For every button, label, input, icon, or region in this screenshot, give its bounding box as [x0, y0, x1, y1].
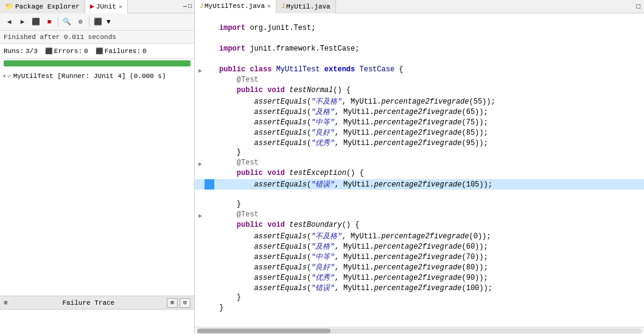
code-line	[214, 55, 644, 65]
table-row: assertEquals("优秀", MyUtil.percentage2fiv…	[195, 138, 644, 148]
table-row: ▶ @Test	[195, 158, 644, 169]
history-btn[interactable]: ⬛	[92, 16, 104, 28]
right-tab-bar: J MyUtilTest.java ✕ J MyUtil.java □	[195, 0, 644, 13]
code-line: assertEquals("优秀", MyUtil.percentage2fiv…	[214, 272, 644, 283]
next-failure-btn[interactable]: ▶	[16, 16, 29, 28]
view-menu-btn[interactable]: ▼	[105, 18, 113, 26]
code-line: assertEquals("良好", MyUtil.percentage2fiv…	[214, 127, 644, 138]
gutter-cell	[205, 169, 214, 179]
collapse-arrow[interactable]: ▶	[195, 210, 205, 221]
code-table: import org.junit.Test; import junit.fram…	[195, 13, 644, 314]
tab-junit[interactable]: ▶ JUnit ✕	[85, 0, 128, 13]
editor-maximize-icon[interactable]: □	[636, 3, 640, 10]
errors-label: Errors:	[54, 48, 82, 55]
code-line: }	[214, 304, 644, 314]
table-row: assertEquals("中等", MyUtil.percentage2fiv…	[195, 117, 644, 127]
runs-info: Runs: 3/3	[4, 48, 38, 55]
junit-toolbar: ◀ ▶ ⬛ ■ 🔍 ⚙ ⬛ ▼	[0, 13, 194, 30]
myutiltest-close-icon[interactable]: ✕	[267, 2, 271, 10]
stop-btn[interactable]: ■	[43, 16, 55, 28]
minimize-icon[interactable]: —	[183, 3, 187, 10]
gutter-cell	[205, 96, 214, 107]
table-row: assertEquals("错误", MyUtil.percentage2fiv…	[195, 179, 644, 190]
tab-package-explorer-label: Package Explorer	[15, 3, 80, 10]
status-text: Finished after 0.011 seconds	[4, 34, 116, 41]
table-row: import org.junit.Test;	[195, 24, 644, 34]
table-row: public void testNormal() {	[195, 86, 644, 96]
failures-value: 0	[142, 48, 147, 55]
trace-buttons: ⊞ ⊟	[167, 298, 191, 308]
settings-btn[interactable]: ⚙	[74, 16, 86, 28]
horizontal-scrollbar[interactable]	[195, 327, 644, 334]
gutter-cell	[205, 24, 214, 34]
code-line: assertEquals("优秀", MyUtil.percentage2fiv…	[214, 138, 644, 148]
code-line: assertEquals("及格", MyUtil.percentage2fiv…	[214, 241, 644, 252]
gutter-cell	[205, 86, 214, 96]
table-row	[195, 55, 644, 65]
right-panel: J MyUtilTest.java ✕ J MyUtil.java □	[195, 0, 644, 334]
code-line	[214, 34, 644, 44]
search-btn[interactable]: 🔍	[61, 16, 73, 28]
table-row	[195, 13, 644, 24]
collapse-arrow[interactable]: ▶	[195, 65, 205, 76]
gutter-cell	[205, 221, 214, 231]
left-panel: 📁 Package Explorer ▶ JUnit ✕ — □ ◀ ▶ ⬛ ■…	[0, 0, 195, 334]
code-editor[interactable]: import org.junit.Test; import junit.fram…	[195, 13, 644, 327]
tree-collapse-icon: ▾	[2, 73, 6, 80]
junit-close-icon[interactable]: ✕	[119, 3, 122, 10]
gutter-cell	[205, 138, 214, 148]
rerun-btn[interactable]: ⬛	[30, 16, 42, 28]
errors-value: 0	[84, 48, 88, 55]
table-row: }	[195, 200, 644, 210]
run-info-bar: Runs: 3/3 ⬛ Errors: 0 ⬛ Failures: 0	[0, 44, 194, 59]
table-row: assertEquals("优秀", MyUtil.percentage2fiv…	[195, 272, 644, 283]
runs-value: 3/3	[26, 48, 38, 55]
collapse-arrow[interactable]: ▶	[195, 158, 205, 169]
progress-container	[0, 59, 194, 68]
code-line: }	[214, 200, 644, 210]
table-row: public void testBoundary() {	[195, 221, 644, 231]
code-line: assertEquals("中等", MyUtil.percentage2fiv…	[214, 252, 644, 262]
gutter-cell	[205, 13, 214, 24]
gutter-cell	[205, 179, 214, 190]
code-line	[214, 190, 644, 200]
code-line: public void testException() {	[214, 169, 644, 179]
code-line	[214, 13, 644, 24]
tab-myutiltest[interactable]: J MyUtilTest.java ✕	[195, 0, 276, 13]
runs-label: Runs:	[4, 48, 24, 55]
failure-trace-header: ≡ Failure Trace ⊞ ⊟	[0, 296, 194, 310]
tab-myutil[interactable]: J MyUtil.java	[276, 0, 336, 13]
main-area: 📁 Package Explorer ▶ JUnit ✕ — □ ◀ ▶ ⬛ ■…	[0, 0, 644, 334]
gutter-cell	[205, 65, 214, 76]
test-item-myutiltest[interactable]: ▾ ✓ MyUtilTest [Runner: JUnit 4] (0.000 …	[0, 71, 194, 81]
maximize-icon[interactable]: □	[188, 3, 192, 10]
package-explorer-icon: 📁	[5, 2, 13, 10]
code-line: import junit.framework.TestCase;	[214, 44, 644, 55]
trace-filter-btn[interactable]: ⊞	[167, 298, 178, 308]
code-line: assertEquals("不及格", MyUtil.percentage2fi…	[214, 96, 644, 107]
gutter-cell	[205, 293, 214, 304]
table-row: assertEquals("不及格", MyUtil.percentage2fi…	[195, 231, 644, 241]
table-row: assertEquals("中等", MyUtil.percentage2fiv…	[195, 252, 644, 262]
table-row: @Test	[195, 76, 644, 86]
gutter-cell	[205, 241, 214, 252]
trace-copy-btn[interactable]: ⊟	[180, 298, 191, 308]
table-row: }	[195, 304, 644, 314]
tab-junit-label: JUnit	[96, 3, 116, 10]
table-row: assertEquals("良好", MyUtil.percentage2fiv…	[195, 127, 644, 138]
code-line: assertEquals("及格", MyUtil.percentage2fiv…	[214, 107, 644, 117]
code-line: import org.junit.Test;	[214, 24, 644, 34]
table-row: assertEquals("及格", MyUtil.percentage2fiv…	[195, 107, 644, 117]
gutter-cell	[205, 190, 214, 200]
table-row: assertEquals("良好", MyUtil.percentage2fiv…	[195, 262, 644, 272]
prev-failure-btn[interactable]: ◀	[3, 16, 15, 28]
errors-icon: ⬛	[45, 48, 52, 55]
table-row: assertEquals("及格", MyUtil.percentage2fiv…	[195, 241, 644, 252]
gutter-cell	[205, 76, 214, 86]
failure-trace-label: Failure Trace	[62, 299, 114, 307]
tab-package-explorer[interactable]: 📁 Package Explorer	[0, 0, 85, 13]
code-line: public void testBoundary() {	[214, 221, 644, 231]
failures-icon: ⬛	[96, 48, 103, 55]
errors-info: ⬛ Errors: 0	[45, 48, 88, 55]
test-tree[interactable]: ▾ ✓ MyUtilTest [Runner: JUnit 4] (0.000 …	[0, 68, 194, 296]
